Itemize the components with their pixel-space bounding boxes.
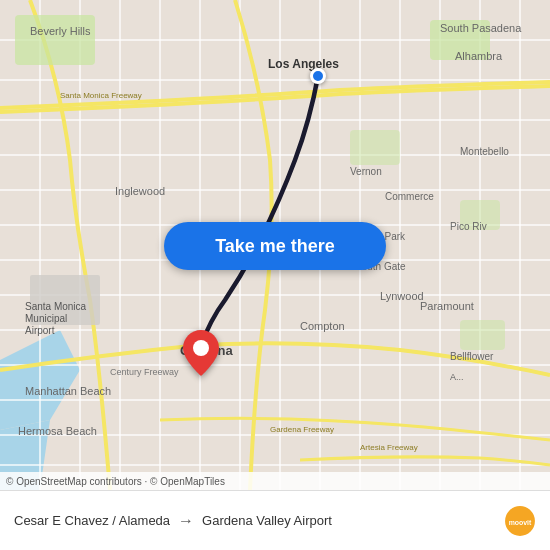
- destination-marker: [183, 330, 219, 380]
- svg-text:Bellflower: Bellflower: [450, 351, 494, 362]
- take-me-there-button[interactable]: Take me there: [164, 222, 386, 270]
- to-label: Gardena Valley Airport: [202, 513, 332, 528]
- svg-text:South Pasadena: South Pasadena: [440, 22, 522, 34]
- svg-text:Manhattan Beach: Manhattan Beach: [25, 385, 111, 397]
- svg-text:Lynwood: Lynwood: [380, 290, 424, 302]
- svg-text:Hermosa Beach: Hermosa Beach: [18, 425, 97, 437]
- svg-text:Alhambra: Alhambra: [455, 50, 503, 62]
- svg-text:Pico Riv: Pico Riv: [450, 221, 487, 232]
- svg-text:Los Angeles: Los Angeles: [268, 57, 339, 71]
- attribution-text: © OpenStreetMap contributors · © OpenMap…: [6, 476, 225, 487]
- route-info: Cesar E Chavez / Alameda → Gardena Valle…: [14, 512, 504, 530]
- svg-rect-33: [460, 320, 505, 350]
- svg-text:Vernon: Vernon: [350, 166, 382, 177]
- from-label: Cesar E Chavez / Alameda: [14, 513, 170, 528]
- svg-text:Inglewood: Inglewood: [115, 185, 165, 197]
- svg-text:Compton: Compton: [300, 320, 345, 332]
- origin-marker: [310, 68, 326, 84]
- svg-text:Santa Monica Freeway: Santa Monica Freeway: [60, 91, 142, 100]
- svg-rect-31: [350, 130, 400, 165]
- bottom-bar: Cesar E Chavez / Alameda → Gardena Valle…: [0, 490, 550, 550]
- svg-text:Gardena Freeway: Gardena Freeway: [270, 425, 334, 434]
- route-row: Cesar E Chavez / Alameda → Gardena Valle…: [14, 512, 332, 530]
- svg-text:Century Freeway: Century Freeway: [110, 367, 179, 377]
- svg-text:Paramount: Paramount: [420, 300, 474, 312]
- svg-text:Commerce: Commerce: [385, 191, 434, 202]
- route-arrow-icon: →: [178, 512, 194, 530]
- svg-text:Artesia Freeway: Artesia Freeway: [360, 443, 418, 452]
- map-attribution: © OpenStreetMap contributors · © OpenMap…: [0, 472, 550, 490]
- map-container: Beverly Hills South Pasadena Alhambra Lo…: [0, 0, 550, 490]
- svg-text:moovit: moovit: [509, 519, 532, 526]
- moovit-logo: moovit: [504, 505, 536, 537]
- svg-text:Montebello: Montebello: [460, 146, 509, 157]
- svg-text:A...: A...: [450, 372, 464, 382]
- svg-text:Beverly Hills: Beverly Hills: [30, 25, 91, 37]
- svg-point-61: [193, 340, 209, 356]
- svg-text:Municipal: Municipal: [25, 313, 67, 324]
- svg-text:Airport: Airport: [25, 325, 55, 336]
- svg-rect-29: [15, 15, 95, 65]
- moovit-icon: moovit: [504, 505, 536, 537]
- svg-text:Santa Monica: Santa Monica: [25, 301, 87, 312]
